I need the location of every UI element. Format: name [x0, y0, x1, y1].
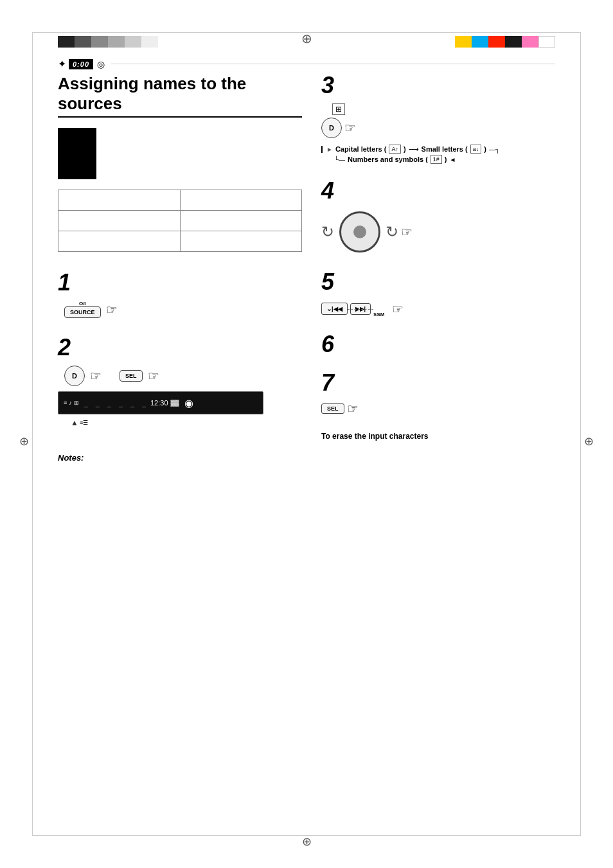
source-button[interactable]: SOURCE	[64, 306, 101, 318]
d-button-step2[interactable]: D	[64, 366, 85, 386]
pointer-arrow: ▲	[71, 418, 78, 427]
left-margin-crosshair: ⊕	[19, 434, 29, 448]
bracket-line-bottom: └—	[334, 156, 345, 163]
pointer-icons: ≡☰	[80, 420, 88, 426]
step-6-block: 6	[321, 333, 555, 356]
top-center-crosshair: ⊕	[301, 31, 312, 46]
step-1-button-illus: O/I SOURCE ☞	[64, 301, 302, 318]
display-status: ▓▓	[171, 400, 179, 406]
numbers-label: Numbers and symbols (	[348, 155, 428, 163]
display-icon-2: ♪	[69, 400, 72, 406]
selector-knob[interactable]	[339, 211, 380, 252]
border-right	[580, 32, 581, 836]
hand-cursor-7: ☞	[347, 401, 359, 416]
color-block-r1	[455, 36, 472, 48]
top-color-bar-left	[58, 35, 158, 48]
display-area: ≡ ♪ ⊞ _ _ _ _ _ _ 12:30 ▓▓ ◉ ▲	[58, 391, 302, 427]
page-content: ✦ 0:00 ◎ Assigning names to the sources	[58, 58, 555, 823]
table-cell	[180, 211, 302, 231]
step-2-number: 2	[58, 336, 302, 359]
header-icons: ✦ 0:00 ◎	[58, 58, 555, 70]
hand-cursor-2a: ☞	[90, 368, 102, 384]
source-btn-top-label: O/I	[79, 301, 86, 306]
right-column: 3 ⊞ D ☞ ►	[321, 74, 555, 466]
arrow-indicator-left: ►	[321, 146, 333, 153]
numbers-end: )	[445, 155, 447, 163]
small-icon: a↓	[470, 145, 482, 154]
step-3-block: 3 ⊞ D ☞ ►	[321, 74, 555, 164]
ssm-label-area: SSM	[373, 300, 384, 317]
step-5-number: 5	[321, 270, 555, 294]
display-content: _ _ _ _ _ _ 12:30 ▓▓	[84, 399, 179, 407]
color-block-1	[58, 36, 75, 48]
table-cell	[58, 231, 181, 252]
table-row	[58, 211, 302, 231]
erase-section: To erase the input characters	[321, 432, 555, 441]
display-time: 12:30	[150, 399, 168, 407]
prev-icon: ⌄	[326, 305, 332, 312]
hand-cursor-4: ☞	[401, 224, 413, 240]
display-icon-3: ⊞	[74, 400, 79, 406]
color-block-5	[125, 36, 141, 48]
small-letters-end: )	[484, 145, 486, 153]
capital-letters-label: Capital letters (	[335, 145, 386, 153]
bracket-arrow-right: —┐	[489, 146, 500, 153]
left-column: Assigning names to the sources	[58, 74, 302, 466]
char-type-diagram: ► Capital letters ( A↑ ) ⟶ Small letters…	[321, 145, 555, 164]
color-block-3	[91, 36, 108, 48]
source-btn-label: SOURCE	[70, 309, 95, 315]
d-btn-label-3: D	[329, 124, 334, 132]
color-block-r5	[522, 36, 538, 48]
sel-btn-label: SEL	[125, 373, 137, 379]
border-left	[32, 32, 33, 836]
numbers-icon: 1#	[431, 155, 442, 164]
ssm-dashed-line	[348, 309, 373, 310]
hand-cursor-5: ☞	[392, 301, 404, 317]
step-4-knob: ↺ ↻ ☞	[321, 209, 555, 255]
table-cell	[180, 231, 302, 252]
knob-inner	[353, 226, 366, 238]
color-block-r2	[472, 36, 488, 48]
bottom-crosshair: ⊕	[302, 835, 312, 849]
table-row	[58, 231, 302, 252]
step-7-number: 7	[321, 371, 555, 394]
step-6-number: 6	[321, 333, 555, 356]
hand-cursor-1: ☞	[106, 302, 118, 317]
step-1-number: 1	[58, 271, 302, 294]
chapter-marker	[58, 128, 96, 179]
sel-button-step7[interactable]: SEL	[321, 403, 344, 414]
display-pointer: ▲ ≡☰	[71, 418, 302, 427]
display-icons: ≡ ♪ ⊞	[64, 400, 79, 406]
small-letters-label: Small letters (	[422, 145, 468, 153]
right-arrow: ⟶	[409, 145, 419, 154]
prev-btn[interactable]: ⌄ |◀◀	[321, 303, 348, 315]
ssm-label: SSM	[373, 312, 384, 317]
sun-icon: ✦	[58, 58, 66, 70]
knob-arrow-left: ↺	[321, 223, 334, 241]
table-cell	[58, 211, 181, 231]
color-block-6	[141, 36, 158, 48]
step-7-block: 7 SEL ☞	[321, 371, 555, 416]
step-5-block: 5 ⌄ |◀◀ ▶▶| SSM ☞	[321, 270, 555, 317]
step-4-block: 4 ↺ ↻ ☞	[321, 179, 555, 255]
step-2-button-illus: D ☞ SEL ☞	[64, 366, 302, 386]
display-dashes: _ _ _ _ _ _	[84, 400, 148, 407]
clock-icon: ◎	[97, 59, 105, 69]
step-1-block: 1 O/I SOURCE ☞	[58, 271, 302, 318]
display-icon-1: ≡	[64, 400, 67, 406]
color-block-r6	[538, 36, 555, 48]
table-cell	[180, 190, 302, 211]
d-button-step3[interactable]: D	[321, 118, 342, 138]
step-2-block: 2 D ☞ SEL ☞ ≡ ♪	[58, 336, 302, 427]
top-color-bar-right	[455, 35, 555, 48]
step-5-buttons: ⌄ |◀◀ ▶▶| SSM ☞	[321, 300, 555, 317]
knob-arrow-right: ↻	[386, 223, 398, 241]
hand-cursor-2b: ☞	[148, 368, 159, 384]
main-layout: Assigning names to the sources	[58, 74, 555, 466]
sel-button-step2[interactable]: SEL	[120, 370, 143, 382]
table-row	[58, 190, 302, 211]
display-knob-icon: ◉	[184, 397, 193, 409]
source-table	[58, 190, 302, 252]
notes-label: Notes:	[58, 453, 302, 463]
step-7-sel: SEL ☞	[321, 401, 555, 416]
